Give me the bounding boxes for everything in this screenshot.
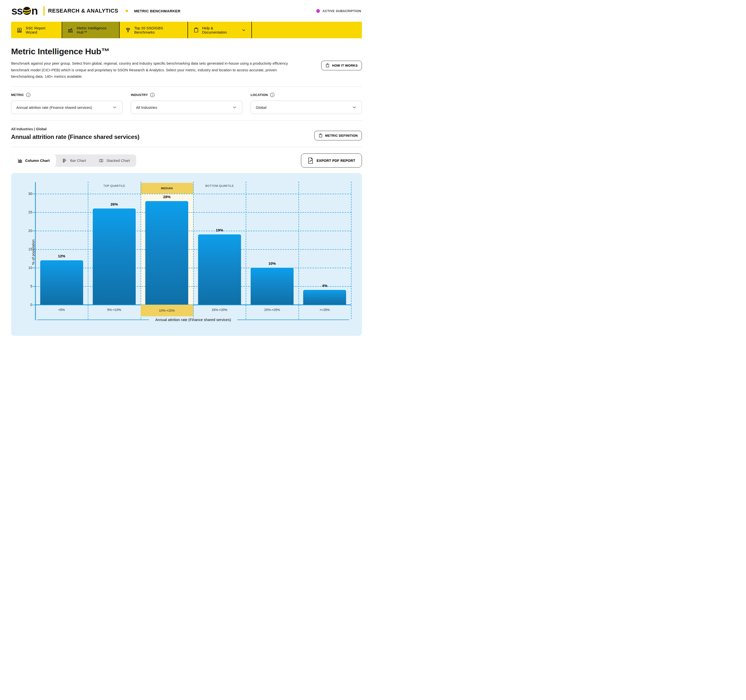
- description-line: Benchmark against your peer group. Selec…: [11, 60, 288, 67]
- how-it-works-label: HOW IT WORKS: [332, 64, 358, 67]
- tick-mark: [33, 286, 35, 287]
- chevron-down-icon: [352, 105, 357, 110]
- bar-value-label: 4%: [322, 283, 327, 288]
- brand-name: RESEARCH & ANALYTICS: [48, 8, 119, 14]
- nav-tab-label: Top 20 SSO/GBS Benchmarks: [134, 26, 182, 34]
- metric-definition-label: METRIC DEFINITION: [325, 134, 358, 137]
- bar[interactable]: [303, 290, 346, 305]
- y-tick-label: 30: [29, 192, 32, 196]
- breadcrumb: All Industries | Global: [11, 127, 139, 131]
- filters: METRIC Annual attrition rate (Finance sh…: [11, 93, 362, 114]
- subscription-status: ACTIVE SUBSCRIPTION: [316, 9, 361, 13]
- nav-tab-top-20-benchmarks[interactable]: Top 20 SSO/GBS Benchmarks: [120, 22, 188, 38]
- bar[interactable]: [40, 260, 83, 305]
- column-separator: [351, 182, 352, 319]
- x-axis-title: Annual attrition rate (Finance shared se…: [155, 318, 231, 322]
- x-category-label: 5%-<10%: [107, 308, 121, 312]
- logo-separator: [44, 6, 45, 15]
- stacked-chart-icon: [99, 158, 104, 163]
- axis-title-rule: [237, 319, 349, 320]
- tick-mark: [33, 231, 35, 231]
- x-category-label-median: 10%-<15%: [141, 305, 193, 316]
- benchmark-chart: MEDIAN TOP QUARTILE BOTTOM QUARTILE 30 2…: [11, 173, 362, 336]
- trophy-icon: [125, 27, 131, 33]
- sson-logo: ssn: [11, 5, 38, 16]
- nav-tab-label: Help & Documentation: [202, 26, 236, 34]
- bar[interactable]: [251, 268, 293, 305]
- description-line: benchmarking data. 140+ metrics availabl…: [11, 73, 288, 80]
- bar[interactable]: [145, 201, 188, 305]
- nav-tab-help-documentation[interactable]: Help & Documentation: [188, 22, 252, 38]
- x-category-label: 20%-<25%: [264, 308, 280, 312]
- tab-column-chart[interactable]: Column Chart: [11, 155, 56, 167]
- tab-label: Column Chart: [25, 158, 50, 163]
- tab-bar-chart[interactable]: Bar Chart: [56, 155, 92, 167]
- tick-mark: [33, 305, 35, 305]
- location-select-value: Global: [256, 105, 266, 110]
- nav-filler: [252, 22, 362, 38]
- header: ssn RESEARCH & ANALYTICS METRIC BENCHMAR…: [0, 0, 373, 20]
- metric-definition-button[interactable]: METRIC DEFINITION: [314, 131, 362, 140]
- x-category-label: <5%: [58, 308, 65, 312]
- subscription-label: ACTIVE SUBSCRIPTION: [322, 9, 361, 13]
- tick-mark: [33, 268, 35, 268]
- y-tick-label: 0: [30, 303, 32, 307]
- metric-select-value: Annual attrition rate (Finance shared se…: [16, 105, 92, 110]
- globe-icon: [23, 7, 31, 15]
- page-description: Benchmark against your peer group. Selec…: [11, 60, 288, 80]
- bar-column: 19%: [193, 187, 246, 305]
- info-icon[interactable]: [270, 93, 275, 97]
- axis-title-rule: [37, 319, 149, 320]
- location-label: LOCATION: [251, 93, 268, 97]
- brand-group: ssn RESEARCH & ANALYTICS METRIC BENCHMAR…: [11, 5, 180, 16]
- laptop-chart-icon: [17, 27, 23, 33]
- chevron-down-icon: [232, 105, 237, 110]
- nav-tab-ssc-report-wizard[interactable]: SSC Report Wizard: [11, 22, 62, 38]
- tab-stacked-chart[interactable]: Stacked Chart: [92, 155, 136, 167]
- clipboard-icon: [325, 63, 329, 68]
- x-axis-line: [35, 304, 351, 305]
- info-icon[interactable]: [150, 93, 155, 97]
- metric-label: METRIC: [11, 93, 24, 97]
- pdf-report-icon: [308, 157, 314, 164]
- export-pdf-label: EXPORT PDF REPORT: [316, 159, 355, 163]
- chart-type-switcher: Column Chart Bar Chart Stacked Chart: [11, 155, 136, 167]
- y-tick-label: 5: [30, 284, 32, 288]
- logo-text-right: n: [31, 5, 38, 16]
- industry-label: INDUSTRY: [131, 93, 148, 97]
- bar[interactable]: [93, 208, 136, 305]
- y-tick-label: 25: [29, 210, 32, 214]
- subscription-dot-icon: [316, 9, 320, 13]
- main-nav: SSC Report Wizard Metric Intelligence Hu…: [11, 22, 362, 38]
- bar-column: 12%: [35, 187, 88, 305]
- bar-column: 4%: [298, 187, 351, 305]
- bar-value-label: 12%: [58, 254, 65, 258]
- bar-chart-icon: [62, 158, 67, 163]
- metric-title: Annual attrition rate (Finance shared se…: [11, 134, 139, 140]
- how-it-works-button[interactable]: HOW IT WORKS: [321, 61, 362, 70]
- x-category-label: >=25%: [320, 308, 330, 312]
- industry-select[interactable]: All Industries: [131, 101, 242, 114]
- tick-mark: [33, 212, 35, 213]
- nav-tab-metric-intelligence-hub[interactable]: Metric Intelligence Hub™: [62, 22, 120, 38]
- export-pdf-button[interactable]: EXPORT PDF REPORT: [301, 154, 362, 167]
- bar-value-label: 26%: [111, 202, 118, 206]
- metric-select[interactable]: Annual attrition rate (Finance shared se…: [11, 101, 122, 114]
- x-axis-title-row: Annual attrition rate (Finance shared se…: [35, 318, 351, 322]
- bar[interactable]: [198, 235, 241, 305]
- bar-column: 10%: [246, 187, 298, 305]
- y-axis-title: % of population: [31, 239, 35, 265]
- y-tick-label: 20: [29, 229, 32, 233]
- filter-location: LOCATION Global: [251, 93, 362, 114]
- page: ssn RESEARCH & ANALYTICS METRIC BENCHMAR…: [0, 0, 373, 336]
- clipboard-icon: [319, 133, 323, 138]
- product-name: METRIC BENCHMARKER: [134, 9, 180, 13]
- nav-tab-label: Metric Intelligence Hub™: [77, 26, 114, 34]
- tab-label: Bar Chart: [70, 158, 86, 163]
- info-icon[interactable]: [26, 93, 31, 97]
- column-chart-icon: [18, 158, 23, 163]
- location-select[interactable]: Global: [251, 101, 362, 114]
- nav-tab-label: SSC Report Wizard: [26, 26, 56, 34]
- divider: [11, 86, 362, 87]
- filter-metric: METRIC Annual attrition rate (Finance sh…: [11, 93, 122, 114]
